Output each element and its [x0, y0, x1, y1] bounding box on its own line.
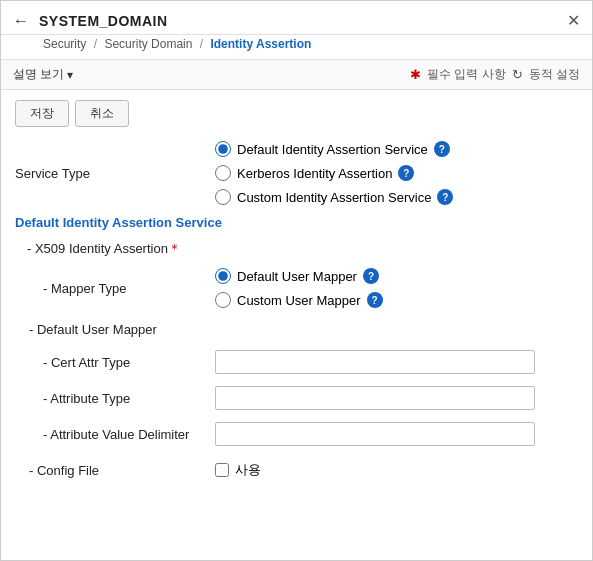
service-type-row: Service Type Default Identity Assertion …	[15, 141, 578, 205]
attribute-type-input[interactable]	[215, 386, 535, 410]
service-type-option-custom: Custom Identity Assertion Service ?	[215, 189, 453, 205]
mapper-type-custom-radio[interactable]	[215, 292, 231, 308]
service-type-default-help-icon[interactable]: ?	[434, 141, 450, 157]
config-file-row: - Config File 사용	[15, 456, 578, 484]
x509-required-mark: ＊	[168, 241, 181, 256]
attribute-value-delimiter-label: - Attribute Value Delimiter	[15, 427, 215, 442]
window-title: SYSTEM_DOMAIN	[39, 13, 168, 29]
main-window: ← SYSTEM_DOMAIN ✕ Security / Security Do…	[0, 0, 593, 561]
config-file-checkbox-row: 사용	[215, 461, 261, 479]
config-file-checkbox[interactable]	[215, 463, 229, 477]
back-button[interactable]: ←	[13, 12, 29, 30]
breadcrumb-sep-2: /	[200, 37, 207, 51]
cancel-button[interactable]: 취소	[75, 100, 129, 127]
service-type-option-default: Default Identity Assertion Service ?	[215, 141, 453, 157]
refresh-icon: ↻	[512, 67, 523, 82]
service-type-custom-help-icon[interactable]: ?	[437, 189, 453, 205]
mapper-type-default-help-icon[interactable]: ?	[363, 268, 379, 284]
breadcrumb: Security / Security Domain / Identity As…	[1, 35, 592, 59]
cert-attr-type-label: - Cert Attr Type	[15, 355, 215, 370]
required-label: 필수 입력 사항	[427, 66, 506, 83]
mapper-type-radio-group: Default User Mapper ? Custom User Mapper…	[215, 268, 383, 308]
default-user-mapper-row: - Default User Mapper	[15, 316, 578, 342]
mapper-type-custom-label: Custom User Mapper	[237, 293, 361, 308]
service-type-kerberos-radio[interactable]	[215, 165, 231, 181]
breadcrumb-security-domain[interactable]: Security Domain	[104, 37, 192, 51]
service-type-radio-group: Default Identity Assertion Service ? Ker…	[215, 141, 453, 205]
service-type-kerberos-help-icon[interactable]: ?	[398, 165, 414, 181]
service-type-options: Default Identity Assertion Service ? Ker…	[215, 141, 453, 205]
cert-attr-type-row: - Cert Attr Type	[15, 348, 578, 376]
x509-label: - X509 Identity Assertion＊	[15, 240, 181, 258]
service-type-kerberos-label: Kerberos Identity Assertion	[237, 166, 392, 181]
mapper-type-custom: Custom User Mapper ?	[215, 292, 383, 308]
breadcrumb-identity-assertion: Identity Assertion	[210, 37, 311, 51]
mapper-type-default-label: Default User Mapper	[237, 269, 357, 284]
dynamic-label: 동적 설정	[529, 66, 580, 83]
toolbar-right: ✱ 필수 입력 사항 ↻ 동적 설정	[410, 66, 580, 83]
mapper-type-default-radio[interactable]	[215, 268, 231, 284]
action-bar: 저장 취소	[1, 90, 592, 137]
attribute-value-delimiter-input[interactable]	[215, 422, 535, 446]
attribute-type-row: - Attribute Type	[15, 384, 578, 412]
mapper-type-options: Default User Mapper ? Custom User Mapper…	[215, 268, 383, 308]
breadcrumb-security[interactable]: Security	[43, 37, 86, 51]
required-star: ✱	[410, 67, 421, 82]
content-area: Service Type Default Identity Assertion …	[1, 137, 592, 560]
breadcrumb-sep-1: /	[94, 37, 101, 51]
desc-view-button[interactable]: 설명 보기 ▾	[13, 66, 73, 83]
attribute-value-delimiter-row: - Attribute Value Delimiter	[15, 420, 578, 448]
section-title: Default Identity Assertion Service	[15, 215, 578, 230]
service-type-default-label: Default Identity Assertion Service	[237, 142, 428, 157]
attribute-type-label: - Attribute Type	[15, 391, 215, 406]
save-button[interactable]: 저장	[15, 100, 69, 127]
default-user-mapper-label: - Default User Mapper	[15, 322, 157, 337]
mapper-type-default: Default User Mapper ?	[215, 268, 383, 284]
service-type-default-radio[interactable]	[215, 141, 231, 157]
toolbar: 설명 보기 ▾ ✱ 필수 입력 사항 ↻ 동적 설정	[1, 59, 592, 90]
config-file-label: - Config File	[15, 463, 215, 478]
mapper-type-custom-help-icon[interactable]: ?	[367, 292, 383, 308]
service-type-label: Service Type	[15, 166, 215, 181]
desc-dropdown-arrow: ▾	[67, 68, 73, 82]
x509-row: - X509 Identity Assertion＊	[15, 236, 578, 262]
config-file-checkbox-label: 사용	[235, 461, 261, 479]
service-type-custom-label: Custom Identity Assertion Service	[237, 190, 431, 205]
service-type-option-kerberos: Kerberos Identity Assertion ?	[215, 165, 453, 181]
close-button[interactable]: ✕	[567, 11, 580, 30]
mapper-type-label: - Mapper Type	[15, 281, 215, 296]
mapper-type-row: - Mapper Type Default User Mapper ? Cust…	[15, 268, 578, 308]
desc-view-label: 설명 보기	[13, 66, 64, 83]
service-type-custom-radio[interactable]	[215, 189, 231, 205]
cert-attr-type-input[interactable]	[215, 350, 535, 374]
title-bar: ← SYSTEM_DOMAIN ✕	[1, 1, 592, 35]
